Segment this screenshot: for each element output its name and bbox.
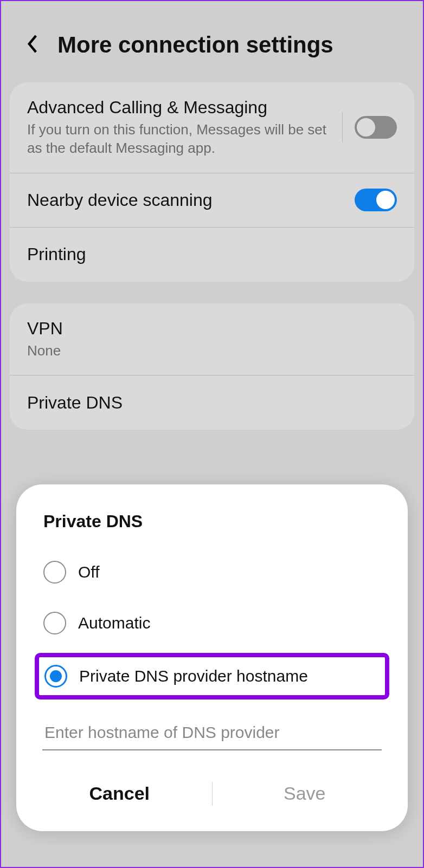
nearby-scanning-title: Nearby device scanning xyxy=(27,190,345,210)
dialog-buttons: Cancel Save xyxy=(16,772,408,815)
header: More connection settings xyxy=(2,2,422,82)
settings-group-2: VPN None Private DNS xyxy=(10,303,414,430)
back-icon[interactable] xyxy=(24,33,41,57)
private-dns-dialog: Private DNS Off Automatic Private DNS pr… xyxy=(16,484,408,831)
nearby-scanning-toggle[interactable] xyxy=(355,189,397,211)
save-button[interactable]: Save xyxy=(213,772,397,815)
radio-label: Private DNS provider hostname xyxy=(79,667,308,685)
radio-label: Off xyxy=(78,563,99,581)
advanced-calling-title: Advanced Calling & Messaging xyxy=(27,98,332,118)
hostname-input[interactable] xyxy=(42,716,382,750)
radio-icon xyxy=(43,612,66,634)
radio-label: Automatic xyxy=(78,614,150,632)
radio-option-hostname[interactable]: Private DNS provider hostname xyxy=(35,653,389,699)
settings-group-1: Advanced Calling & Messaging If you turn… xyxy=(10,82,414,282)
radio-option-off[interactable]: Off xyxy=(16,547,408,598)
vpn-sub: None xyxy=(27,342,387,360)
radio-icon xyxy=(43,561,66,584)
radio-option-automatic[interactable]: Automatic xyxy=(16,598,408,649)
vpn-title: VPN xyxy=(27,319,387,339)
row-nearby-scanning[interactable]: Nearby device scanning xyxy=(10,173,414,228)
row-vpn[interactable]: VPN None xyxy=(10,303,414,376)
dialog-title: Private DNS xyxy=(16,511,408,547)
row-advanced-calling[interactable]: Advanced Calling & Messaging If you turn… xyxy=(10,82,414,173)
page-title: More connection settings xyxy=(57,32,333,58)
row-printing[interactable]: Printing xyxy=(10,228,414,282)
printing-title: Printing xyxy=(27,244,387,264)
radio-icon xyxy=(44,665,67,688)
cancel-button[interactable]: Cancel xyxy=(27,772,212,815)
advanced-calling-toggle[interactable] xyxy=(355,116,397,139)
row-private-dns[interactable]: Private DNS xyxy=(10,375,414,430)
advanced-calling-sub: If you turn on this function, Messages w… xyxy=(27,121,332,158)
private-dns-title: Private DNS xyxy=(27,393,387,413)
